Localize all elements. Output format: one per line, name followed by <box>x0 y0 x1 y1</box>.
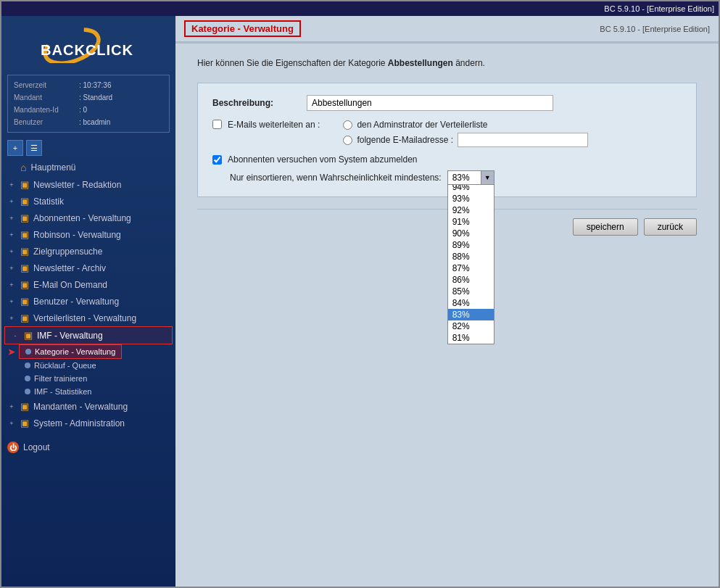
dropdown-item-81%[interactable]: 81% <box>448 332 494 344</box>
dropdown-item-82%[interactable]: 82% <box>448 320 494 332</box>
sidebar-item-mandanten-verwaltung[interactable]: + ▣ Mandanten - Verwaltung <box>1 398 175 415</box>
email-weiterleiten-label: E-Mails weiterleiten an : <box>228 120 320 130</box>
dropdown-item-91%[interactable]: 91% <box>448 216 494 228</box>
dropdown-item-94%[interactable]: 94% <box>448 185 494 193</box>
sub-item-filter-trainieren[interactable]: Filter trainieren <box>19 372 175 385</box>
sidebar-item-newsletter-archiv[interactable]: + ▣ Newsletter - Archiv <box>1 260 175 276</box>
system-expand-icon: + <box>7 419 16 428</box>
description-text-end: ändern. <box>453 58 485 68</box>
abonnenten-checkbox[interactable] <box>212 155 222 165</box>
probability-dropdown-list[interactable]: 100%99%98%97%96%95%94%93%92%91%90%89%88%… <box>447 185 495 344</box>
sidebar-item-verteilerlisten-verwaltung[interactable]: + ▣ Verteilerlisten - Verwaltung <box>1 310 175 326</box>
radio-row-email: folgende E-Mailadresse : <box>343 133 588 147</box>
folder-icon-abonnenten: ▣ <box>20 212 29 223</box>
folder-icon-newsletter-redaktion: ▣ <box>20 179 29 190</box>
probability-select-container: 83% ▼ 100%99%98%97%96%95%94%93%92%91%90%… <box>447 170 495 185</box>
description-text-start: Hier können Sie die Eigenschaften der Ka… <box>197 58 388 68</box>
bullet-imf-statistiken <box>25 389 30 394</box>
bullet-rucklauf <box>25 363 30 368</box>
beschreibung-input[interactable] <box>307 95 553 111</box>
newsletter-archiv-expand-icon: + <box>7 264 16 273</box>
beschreibung-label: Beschreibung: <box>212 98 299 108</box>
logo-area: BACKCLICK <box>1 16 175 70</box>
version-text: BC 5.9.10 - [Enterprise Edition] <box>600 25 710 33</box>
radio-row-admin: den Adminstrator der Verteilerliste <box>343 120 588 130</box>
sidebar-item-zielgruppensuche[interactable]: + ▣ Zielgruppensuche <box>1 243 175 260</box>
dropdown-item-83%[interactable]: 83% <box>448 309 494 320</box>
dropdown-item-87%[interactable]: 87% <box>448 262 494 274</box>
sidebar-item-newsletter-redaktion[interactable]: + ▣ Newsletter - Redaktion <box>1 176 175 193</box>
sidebar-item-abonnenten-verwaltung[interactable]: + ▣ Abonnenten - Verwaltung <box>1 210 175 226</box>
folder-icon-system: ▣ <box>20 418 29 428</box>
sidebar-item-statistik[interactable]: + ▣ Statistik <box>1 193 175 210</box>
newsletter-redaktion-expand-icon: + <box>7 181 16 189</box>
sub-item-rucklauf-queue[interactable]: Rücklauf - Queue <box>19 359 175 372</box>
add-icon-button[interactable]: + <box>7 140 23 156</box>
email-weiterleiten-checkbox[interactable] <box>212 120 222 129</box>
sidebar-item-hauptmenu[interactable]: ⌂ Hauptmenü <box>1 159 175 176</box>
dropdown-item-84%[interactable]: 84% <box>448 297 494 309</box>
save-button[interactable]: speichern <box>573 218 638 236</box>
mandanten-expand-icon: + <box>7 402 16 411</box>
folder-icon-benutzer: ▣ <box>20 296 29 307</box>
abonnenten-section: Abonnenten versuchen vom System abzumeld… <box>212 154 682 185</box>
sidebar-item-email-on-demand-label: E-Mail On Demand <box>33 280 107 290</box>
sub-item-imf-statistiken-label: IMF - Statistiken <box>34 387 91 396</box>
beschreibung-row: Beschreibung: <box>212 95 682 111</box>
serverzeit-value: : 10:37:36 <box>79 79 163 91</box>
dropdown-item-89%[interactable]: 89% <box>448 239 494 251</box>
radio-email-label: folgende E-Mailadresse : <box>357 135 453 145</box>
sidebar-item-system-administration-label: System - Administration <box>33 418 125 428</box>
probability-row: Nur einsortieren, wenn Wahrscheinlichkei… <box>230 170 682 185</box>
sub-item-rucklauf-queue-label: Rücklauf - Queue <box>34 361 96 370</box>
benutzer-label: Benutzer <box>14 116 79 128</box>
radio-admin[interactable] <box>343 120 352 130</box>
email-on-demand-expand-icon: + <box>7 281 16 289</box>
content-area: Kategorie - Verwaltung BC 5.9.10 - [Ente… <box>175 16 719 587</box>
sidebar-item-verteilerlisten-verwaltung-label: Verteilerlisten - Verwaltung <box>33 313 136 323</box>
dropdown-item-90%[interactable]: 90% <box>448 228 494 239</box>
probability-dropdown-arrow[interactable]: ▼ <box>481 171 494 184</box>
sidebar-item-benutzer-verwaltung[interactable]: + ▣ Benutzer - Verwaltung <box>1 293 175 310</box>
mandant-label: Mandant <box>14 91 79 104</box>
email-address-input[interactable] <box>458 133 588 147</box>
mandanten-id-label: Mandanten-Id <box>14 104 79 116</box>
edit-icon-button[interactable]: ☰ <box>26 140 42 156</box>
dropdown-item-85%[interactable]: 85% <box>448 286 494 297</box>
folder-icon-verteilerlisten: ▣ <box>20 312 29 323</box>
probability-select-display[interactable]: 83% ▼ <box>447 170 495 185</box>
back-button[interactable]: zurück <box>644 218 697 236</box>
sub-item-imf-statistiken[interactable]: IMF - Statistiken <box>19 385 175 398</box>
sub-item-kategorie-verwaltung-label: Kategorie - Verwaltung <box>35 347 115 356</box>
backclick-logo: BACKCLICK <box>34 23 143 63</box>
sidebar-item-robinson-verwaltung-label: Robinson - Verwaltung <box>33 230 121 240</box>
sidebar-item-system-administration[interactable]: + ▣ System - Administration <box>1 415 175 431</box>
sub-item-kategorie-verwaltung[interactable]: Kategorie - Verwaltung <box>19 344 122 359</box>
page-title-box: Kategorie - Verwaltung <box>184 20 301 37</box>
radio-admin-label: den Adminstrator der Verteilerliste <box>357 120 487 130</box>
page-title: Kategorie - Verwaltung <box>191 23 294 34</box>
folder-icon-imf: ▣ <box>24 330 33 341</box>
logout-item[interactable]: ⏻ Logout <box>1 439 175 456</box>
sidebar-item-hauptmenu-label: Hauptmenü <box>30 162 75 173</box>
sidebar-item-robinson-verwaltung[interactable]: + ▣ Robinson - Verwaltung <box>1 226 175 243</box>
dropdown-item-92%[interactable]: 92% <box>448 204 494 216</box>
zielgruppensuche-expand-icon: + <box>7 247 16 256</box>
category-name-text: Abbestellungen <box>388 58 453 68</box>
dropdown-item-93%[interactable]: 93% <box>448 193 494 204</box>
radio-email[interactable] <box>343 136 352 145</box>
sidebar-item-imf-verwaltung[interactable]: - ▣ IMF - Verwaltung <box>5 327 172 344</box>
bullet-kategorie <box>25 349 31 355</box>
dropdown-item-88%[interactable]: 88% <box>448 251 494 262</box>
form-section: Beschreibung: E-Mails weiterleiten an : … <box>197 83 697 197</box>
dropdown-item-86%[interactable]: 86% <box>448 274 494 286</box>
folder-icon-zielgruppensuche: ▣ <box>20 246 29 257</box>
mandant-value: : Standard <box>79 91 163 104</box>
logout-icon: ⏻ <box>7 442 19 453</box>
imf-expand-icon: - <box>11 331 20 340</box>
bullet-filter <box>25 376 30 381</box>
sidebar-item-email-on-demand[interactable]: + ▣ E-Mail On Demand <box>1 276 175 293</box>
content-header: Kategorie - Verwaltung BC 5.9.10 - [Ente… <box>175 16 719 42</box>
abonnenten-expand-icon: + <box>7 214 16 223</box>
benutzer-expand-icon: + <box>7 297 16 306</box>
